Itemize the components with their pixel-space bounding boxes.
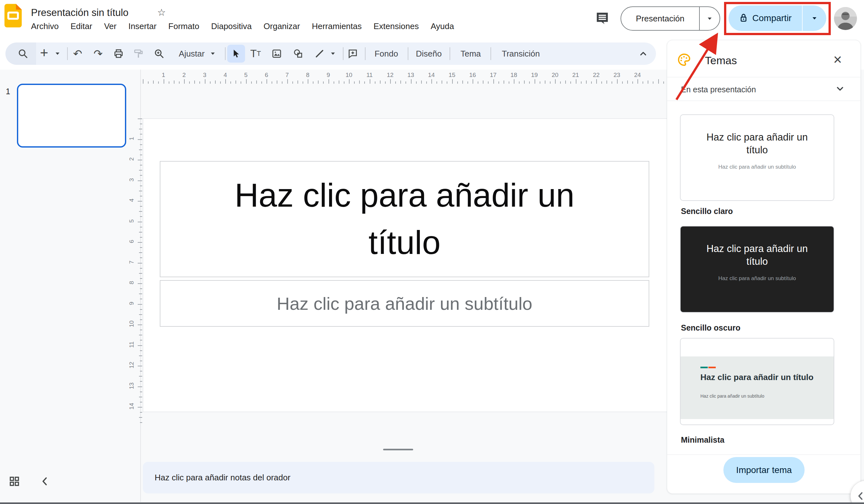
star-icon[interactable]: ☆	[157, 7, 166, 18]
new-slide-dropdown[interactable]	[56, 53, 59, 55]
themes-panel: Temas × En esta presentación Haz clic pa…	[667, 40, 861, 494]
window-bottom-edge	[0, 502, 864, 504]
theme-card-title: Haz clic para añadir un título	[681, 243, 833, 268]
present-button[interactable]: Presentación	[621, 14, 699, 24]
document-title[interactable]: Presentación sin título	[31, 7, 129, 19]
toolbar-divider	[343, 47, 344, 60]
toolbar-divider	[491, 47, 491, 60]
top-ruler-ticks	[143, 78, 667, 84]
chevron-left-icon	[854, 490, 864, 502]
menu-insertar[interactable]: Insertar	[129, 21, 157, 31]
textbox-icon-small: T	[256, 49, 261, 58]
menu-diapositiva[interactable]: Diapositiva	[211, 21, 252, 31]
theme-name-sencillo-oscuro: Sencillo oscuro	[681, 323, 740, 332]
select-tool-button[interactable]	[227, 45, 245, 63]
theme-card-subtitle: Haz clic para añadir un subtítulo	[681, 275, 833, 282]
grid-view-button[interactable]	[9, 476, 20, 488]
theme-card-title: Haz clic para añadir un título	[700, 372, 814, 382]
slide-number: 1	[6, 87, 10, 96]
menu-archivo[interactable]: Archivo	[31, 21, 59, 31]
left-ruler-ticks	[137, 119, 142, 425]
speaker-notes[interactable]: Haz clic para añadir notas del orador	[143, 462, 655, 493]
close-panel-button[interactable]: ×	[833, 51, 842, 68]
search-icon	[17, 48, 28, 59]
menu-formato[interactable]: Formato	[168, 21, 200, 31]
theme-card-subtitle: Haz clic para añadir un subtítulo	[700, 393, 764, 398]
insert-comment-button[interactable]	[347, 48, 358, 59]
toolbar-divider	[67, 47, 68, 60]
comment-icon	[595, 11, 610, 26]
toolbar: + ↶ ↷ Ajustar TT	[5, 42, 656, 65]
transition-button[interactable]: Transición	[502, 49, 540, 59]
menu-organizar[interactable]: Organizar	[264, 21, 300, 31]
chevron-down-icon	[56, 53, 59, 55]
collapse-filmstrip-button[interactable]	[38, 475, 52, 489]
insert-shape-button[interactable]	[293, 48, 303, 59]
print-icon	[113, 48, 124, 59]
slides-logo-icon	[4, 4, 22, 27]
zoom-fit-dropdown[interactable]	[211, 53, 215, 55]
present-dropdown-button[interactable]	[700, 17, 720, 20]
slide-thumbnail-1[interactable]	[17, 84, 126, 148]
comments-button[interactable]	[595, 11, 610, 27]
zoom-fit-label[interactable]: Ajustar	[179, 49, 205, 59]
chevron-down-icon	[211, 53, 215, 55]
insert-line-button[interactable]	[314, 48, 325, 59]
annotation-arrow	[664, 30, 741, 107]
subtitle-placeholder[interactable]: Haz clic para añadir un subtítulo	[160, 280, 649, 327]
menu-ayuda[interactable]: Ayuda	[431, 21, 454, 31]
notes-resize-handle[interactable]	[383, 449, 413, 450]
theme-accent-dash	[700, 367, 708, 368]
chevron-down-icon	[835, 84, 845, 94]
background-button[interactable]: Fondo	[374, 49, 398, 59]
toolbar-divider	[408, 47, 408, 60]
toolbar-divider	[365, 47, 365, 60]
new-slide-button[interactable]: +	[40, 45, 48, 63]
chevron-down-icon	[331, 53, 335, 55]
title-placeholder-text: Haz clic para añadir un título	[202, 172, 608, 266]
print-button[interactable]	[113, 48, 124, 59]
shape-icon	[293, 48, 303, 59]
import-theme-button[interactable]: Importar tema	[723, 457, 805, 483]
title-placeholder[interactable]: Haz clic para añadir un título	[160, 161, 649, 277]
chevron-left-icon	[38, 475, 52, 488]
paint-format-button[interactable]	[133, 48, 144, 59]
insert-line-dropdown[interactable]	[331, 53, 335, 55]
theme-name-sencillo-claro: Sencillo claro	[681, 207, 733, 216]
paint-roller-icon	[133, 48, 144, 59]
toolbar-divider	[225, 47, 226, 60]
menu-extensiones[interactable]: Extensiones	[373, 21, 419, 31]
subtitle-placeholder-text: Haz clic para añadir un subtítulo	[277, 293, 532, 314]
zoom-in-icon	[154, 48, 165, 59]
zoom-button[interactable]	[154, 48, 165, 59]
theme-card-sencillo-claro[interactable]: Haz clic para añadir un título Haz clic …	[680, 114, 834, 201]
theme-button[interactable]: Tema	[460, 49, 481, 59]
theme-card-body	[681, 356, 833, 419]
line-icon	[314, 48, 325, 59]
menu-herramientas[interactable]: Herramientas	[312, 21, 362, 31]
toolbar-divider	[449, 47, 450, 60]
insert-image-button[interactable]	[271, 48, 282, 59]
menu-ver[interactable]: Ver	[104, 21, 117, 31]
redo-button[interactable]: ↷	[94, 47, 103, 60]
menu-editar[interactable]: Editar	[71, 21, 92, 31]
textbox-icon: T	[250, 48, 256, 60]
theme-card-sencillo-oscuro[interactable]: Haz clic para añadir un título Haz clic …	[680, 226, 834, 313]
layout-button[interactable]: Diseño	[416, 49, 442, 59]
section-expand-button[interactable]	[835, 84, 845, 95]
theme-accent-dash	[708, 367, 716, 368]
account-avatar[interactable]	[834, 7, 857, 31]
menu-bar: Archivo Editar Ver Insertar Formato Diap…	[31, 21, 454, 31]
search-menus-button[interactable]	[17, 48, 28, 59]
undo-button[interactable]: ↶	[73, 47, 82, 60]
collapse-toolbar-button[interactable]	[638, 49, 648, 59]
chevron-up-icon	[638, 49, 648, 59]
textbox-tool-button[interactable]: TT	[250, 48, 261, 60]
chevron-down-icon	[708, 17, 711, 20]
speaker-notes-placeholder: Haz clic para añadir notas del orador	[143, 473, 290, 483]
left-ruler: 1234567891011121314	[127, 119, 136, 425]
theme-card-subtitle: Haz clic para añadir un subtítulo	[681, 164, 833, 170]
slides-logo[interactable]	[4, 4, 22, 29]
theme-card-minimalista[interactable]: Haz clic para añadir un título Haz clic …	[680, 338, 834, 425]
cursor-icon	[231, 49, 241, 59]
